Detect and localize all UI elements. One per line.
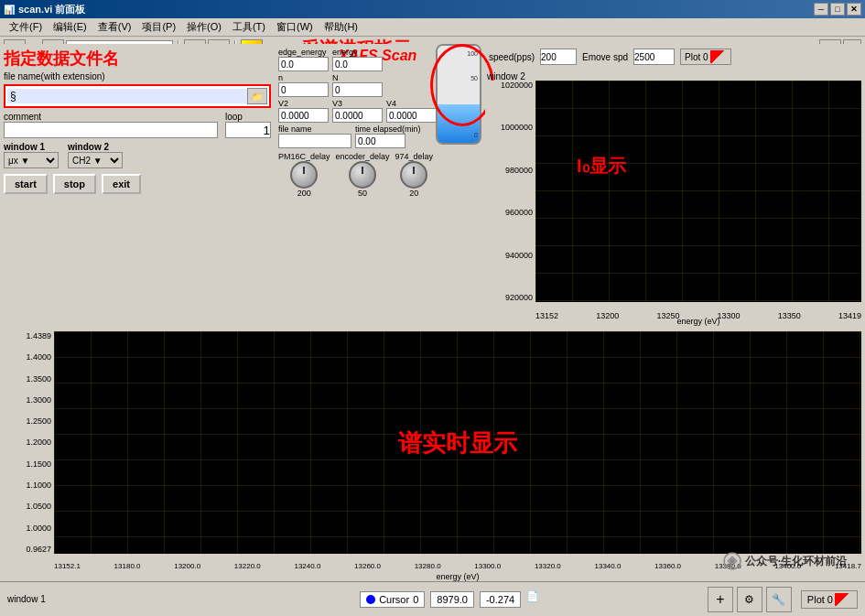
exit-button[interactable]: exit (102, 174, 141, 194)
loop-label: loop (225, 112, 271, 122)
y-label-0: 1020000 (485, 81, 533, 90)
window2-select[interactable]: CH2 ▼ (68, 152, 123, 168)
svg-point-3 (730, 558, 735, 564)
y-label-2: 980000 (485, 166, 533, 175)
browse-button[interactable]: 📁 (247, 88, 267, 104)
watermark: 公众号·生化环材前沿 (723, 552, 847, 570)
energy-input[interactable] (332, 57, 383, 71)
file-name-input[interactable] (7, 89, 247, 103)
y-label-5: 920000 (485, 293, 533, 302)
energy-group: energy (332, 48, 383, 71)
PM16C-knob[interactable] (290, 161, 318, 189)
plot-icon-top (710, 50, 727, 63)
loop-group: loop (225, 112, 271, 138)
window2-group: window 2 CH2 ▼ (68, 142, 123, 168)
n-input[interactable] (278, 82, 329, 97)
file-input-row: 📁 (4, 84, 271, 108)
status-icon: 📄 (526, 590, 545, 609)
plot0-button-top[interactable]: Plot 0 (680, 49, 731, 65)
close-button[interactable]: ✕ (847, 3, 861, 16)
watermark-text: 公众号·生化环材前沿 (745, 554, 847, 569)
settings-icon[interactable]: ⚙ (737, 587, 762, 612)
tool-icon[interactable]: 🔧 (766, 587, 792, 612)
window2-label: window 2 (68, 142, 123, 152)
minimize-button[interactable]: ─ (814, 3, 828, 16)
y-label-1: 1000000 (485, 123, 533, 132)
gauge-50: 50 (470, 75, 478, 81)
center-panel: edge_energy energy n N V2 (275, 44, 485, 332)
menu-window[interactable]: 窗口(W) (271, 18, 319, 36)
add-icon[interactable]: + (708, 587, 733, 612)
V2-group: V2 (278, 99, 329, 123)
filename-param-input[interactable] (278, 134, 351, 148)
y-label-3: 960000 (485, 208, 533, 217)
edge-energy-group: edge_energy (278, 48, 329, 71)
V2-label: V2 (278, 99, 329, 108)
comment-loop-row: comment loop (4, 112, 271, 138)
gauge-fill (438, 104, 480, 143)
filename-group: file name (278, 124, 351, 148)
time-elapsed-label: time elapsed(min) (355, 124, 421, 134)
gauge-0: 0 (474, 132, 478, 138)
window1-select[interactable]: μx ▼ (4, 152, 59, 168)
cursor-value: 0 (413, 594, 418, 605)
maximize-button[interactable]: □ (830, 3, 845, 16)
menu-project[interactable]: 项目(P) (136, 18, 181, 36)
window-controls: ─ □ ✕ (814, 3, 861, 16)
comment-group: comment (4, 112, 218, 138)
bottom-chart-y-labels: 1.4389 1.4000 1.3500 1.3000 1.2500 1.200… (4, 331, 54, 554)
encoder-knob[interactable] (349, 161, 376, 189)
window1-label: window 1 (4, 142, 59, 152)
bottom-chart-area: 1.4389 1.4000 1.3500 1.3000 1.2500 1.200… (4, 331, 861, 581)
y-label-4: 940000 (485, 251, 533, 260)
plot-icon-bottom (835, 593, 851, 606)
start-button[interactable]: start (4, 174, 48, 194)
comment-input[interactable] (4, 122, 218, 138)
window-select-row: window 1 μx ▼ window 2 CH2 ▼ (4, 142, 271, 168)
delay974-value: 20 (409, 189, 418, 198)
menu-view[interactable]: 查看(V) (92, 18, 137, 36)
x-value-field: 8979.0 (430, 591, 474, 608)
remove-spd-input[interactable] (633, 49, 675, 65)
delay974-knob[interactable] (400, 161, 427, 189)
window1-group: window 1 μx ▼ (4, 142, 59, 168)
remove-spd-label: Emove spd (582, 52, 628, 62)
file-name-label: file name(with extension) (4, 71, 271, 81)
speed-input[interactable] (540, 49, 577, 65)
energy-label: energy (332, 48, 383, 57)
top-chart-inner (535, 81, 861, 302)
PM16C-delay-group: PM16C_delay 200 (278, 152, 330, 198)
top-chart-area: 1020000 1000000 980000 960000 940000 920… (485, 81, 861, 326)
speed-controls: speed(pps) Emove spd Plot 0 (485, 44, 865, 70)
N-input[interactable] (332, 82, 383, 97)
plot0-label-bottom: Plot 0 (807, 594, 833, 605)
bottom-chart-inner: 谱实时显示 (54, 331, 861, 554)
plot0-button-bottom[interactable]: Plot 0 (801, 590, 858, 609)
status-bar: window 1 Cursor 0 8979.0 -0.274 📄 + ⚙ 🔧 … (0, 581, 865, 616)
time-elapsed-input[interactable] (355, 134, 405, 148)
menu-help[interactable]: 帮助(H) (319, 18, 363, 36)
y-value: -0.274 (486, 594, 514, 605)
menu-operate[interactable]: 操作(O) (181, 18, 227, 36)
bottom-x-axis-title: energy (eV) (54, 572, 861, 581)
speed-label: speed(pps) (489, 52, 535, 62)
V4-group: V4 (386, 99, 437, 123)
delay-row: PM16C_delay 200 encoder_delay 50 974_del… (278, 152, 481, 198)
menu-edit[interactable]: 编辑(E) (48, 18, 92, 36)
V4-input[interactable] (386, 108, 437, 123)
menu-bar: 文件(F) 编辑(E) 查看(V) 项目(P) 操作(O) 工具(T) 窗口(W… (0, 18, 865, 37)
loop-input[interactable] (225, 122, 271, 138)
V3-input[interactable] (332, 108, 383, 123)
menu-file[interactable]: 文件(F) (4, 18, 48, 36)
filename-param-label: file name (278, 124, 351, 134)
stop-button[interactable]: stop (53, 174, 96, 194)
edge-energy-input[interactable] (278, 57, 329, 71)
n-group: n (278, 73, 329, 97)
974-delay-group: 974_delay 20 (395, 152, 434, 198)
i0-label: I₀显示 (577, 154, 626, 178)
V4-label: V4 (386, 99, 437, 108)
V2-input[interactable] (278, 108, 329, 123)
menu-tools[interactable]: 工具(T) (227, 18, 271, 36)
svg-rect-0 (535, 81, 861, 302)
watermark-icon (723, 552, 741, 570)
